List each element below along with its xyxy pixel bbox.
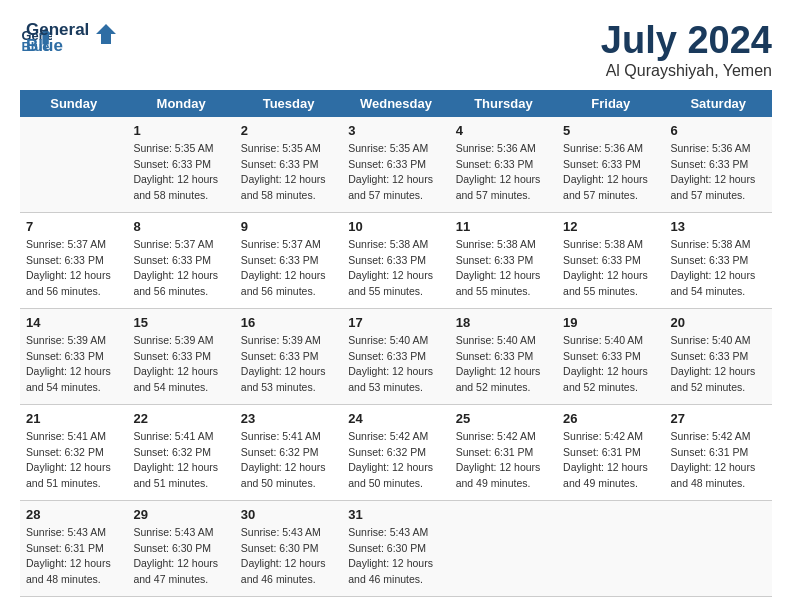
calendar-cell: 27Sunrise: 5:42 AMSunset: 6:31 PMDayligh… xyxy=(665,404,772,500)
calendar-table: SundayMondayTuesdayWednesdayThursdayFrid… xyxy=(20,90,772,597)
calendar-cell: 14Sunrise: 5:39 AMSunset: 6:33 PMDayligh… xyxy=(20,308,127,404)
weekday-header-saturday: Saturday xyxy=(665,90,772,117)
day-number: 19 xyxy=(563,315,658,330)
day-info: Sunrise: 5:37 AMSunset: 6:33 PMDaylight:… xyxy=(26,237,121,300)
calendar-cell: 10Sunrise: 5:38 AMSunset: 6:33 PMDayligh… xyxy=(342,212,449,308)
day-number: 18 xyxy=(456,315,551,330)
day-number: 1 xyxy=(133,123,228,138)
calendar-cell: 7Sunrise: 5:37 AMSunset: 6:33 PMDaylight… xyxy=(20,212,127,308)
day-info: Sunrise: 5:41 AMSunset: 6:32 PMDaylight:… xyxy=(241,429,336,492)
day-info: Sunrise: 5:40 AMSunset: 6:33 PMDaylight:… xyxy=(563,333,658,396)
calendar-cell: 19Sunrise: 5:40 AMSunset: 6:33 PMDayligh… xyxy=(557,308,664,404)
day-info: Sunrise: 5:41 AMSunset: 6:32 PMDaylight:… xyxy=(133,429,228,492)
day-info: Sunrise: 5:35 AMSunset: 6:33 PMDaylight:… xyxy=(241,141,336,204)
calendar-cell: 26Sunrise: 5:42 AMSunset: 6:31 PMDayligh… xyxy=(557,404,664,500)
weekday-header-tuesday: Tuesday xyxy=(235,90,342,117)
calendar-cell: 31Sunrise: 5:43 AMSunset: 6:30 PMDayligh… xyxy=(342,500,449,596)
day-number: 29 xyxy=(133,507,228,522)
day-number: 26 xyxy=(563,411,658,426)
svg-marker-4 xyxy=(96,24,116,44)
day-info: Sunrise: 5:38 AMSunset: 6:33 PMDaylight:… xyxy=(348,237,443,300)
calendar-cell: 24Sunrise: 5:42 AMSunset: 6:32 PMDayligh… xyxy=(342,404,449,500)
calendar-cell: 1Sunrise: 5:35 AMSunset: 6:33 PMDaylight… xyxy=(127,117,234,213)
day-number: 28 xyxy=(26,507,121,522)
day-info: Sunrise: 5:39 AMSunset: 6:33 PMDaylight:… xyxy=(241,333,336,396)
weekday-header-row: SundayMondayTuesdayWednesdayThursdayFrid… xyxy=(20,90,772,117)
day-number: 25 xyxy=(456,411,551,426)
day-number: 6 xyxy=(671,123,766,138)
day-info: Sunrise: 5:43 AMSunset: 6:30 PMDaylight:… xyxy=(348,525,443,588)
day-number: 9 xyxy=(241,219,336,234)
calendar-cell: 12Sunrise: 5:38 AMSunset: 6:33 PMDayligh… xyxy=(557,212,664,308)
day-info: Sunrise: 5:42 AMSunset: 6:32 PMDaylight:… xyxy=(348,429,443,492)
calendar-cell: 21Sunrise: 5:41 AMSunset: 6:32 PMDayligh… xyxy=(20,404,127,500)
calendar-cell: 25Sunrise: 5:42 AMSunset: 6:31 PMDayligh… xyxy=(450,404,557,500)
day-info: Sunrise: 5:36 AMSunset: 6:33 PMDaylight:… xyxy=(456,141,551,204)
day-info: Sunrise: 5:39 AMSunset: 6:33 PMDaylight:… xyxy=(26,333,121,396)
calendar-cell: 17Sunrise: 5:40 AMSunset: 6:33 PMDayligh… xyxy=(342,308,449,404)
calendar-cell: 23Sunrise: 5:41 AMSunset: 6:32 PMDayligh… xyxy=(235,404,342,500)
day-number: 8 xyxy=(133,219,228,234)
day-info: Sunrise: 5:42 AMSunset: 6:31 PMDaylight:… xyxy=(671,429,766,492)
calendar-cell: 5Sunrise: 5:36 AMSunset: 6:33 PMDaylight… xyxy=(557,117,664,213)
day-number: 2 xyxy=(241,123,336,138)
calendar-cell: 4Sunrise: 5:36 AMSunset: 6:33 PMDaylight… xyxy=(450,117,557,213)
day-number: 12 xyxy=(563,219,658,234)
page-header: General Blue General Blue July 2024 Al Q… xyxy=(20,20,772,80)
calendar-cell: 18Sunrise: 5:40 AMSunset: 6:33 PMDayligh… xyxy=(450,308,557,404)
day-number: 13 xyxy=(671,219,766,234)
day-info: Sunrise: 5:40 AMSunset: 6:33 PMDaylight:… xyxy=(671,333,766,396)
day-info: Sunrise: 5:37 AMSunset: 6:33 PMDaylight:… xyxy=(133,237,228,300)
day-number: 22 xyxy=(133,411,228,426)
calendar-cell: 22Sunrise: 5:41 AMSunset: 6:32 PMDayligh… xyxy=(127,404,234,500)
location-subtitle: Al Qurayshiyah, Yemen xyxy=(601,62,772,80)
calendar-cell xyxy=(665,500,772,596)
day-number: 7 xyxy=(26,219,121,234)
weekday-header-friday: Friday xyxy=(557,90,664,117)
calendar-cell xyxy=(450,500,557,596)
calendar-cell: 6Sunrise: 5:36 AMSunset: 6:33 PMDaylight… xyxy=(665,117,772,213)
day-info: Sunrise: 5:43 AMSunset: 6:31 PMDaylight:… xyxy=(26,525,121,588)
weekday-header-monday: Monday xyxy=(127,90,234,117)
weekday-header-wednesday: Wednesday xyxy=(342,90,449,117)
day-number: 16 xyxy=(241,315,336,330)
month-year-title: July 2024 xyxy=(601,20,772,62)
calendar-cell: 30Sunrise: 5:43 AMSunset: 6:30 PMDayligh… xyxy=(235,500,342,596)
day-info: Sunrise: 5:40 AMSunset: 6:33 PMDaylight:… xyxy=(456,333,551,396)
calendar-cell: 3Sunrise: 5:35 AMSunset: 6:33 PMDaylight… xyxy=(342,117,449,213)
calendar-cell: 8Sunrise: 5:37 AMSunset: 6:33 PMDaylight… xyxy=(127,212,234,308)
day-info: Sunrise: 5:38 AMSunset: 6:33 PMDaylight:… xyxy=(563,237,658,300)
day-number: 27 xyxy=(671,411,766,426)
calendar-cell xyxy=(557,500,664,596)
day-info: Sunrise: 5:37 AMSunset: 6:33 PMDaylight:… xyxy=(241,237,336,300)
week-row-1: 1Sunrise: 5:35 AMSunset: 6:33 PMDaylight… xyxy=(20,117,772,213)
day-info: Sunrise: 5:35 AMSunset: 6:33 PMDaylight:… xyxy=(133,141,228,204)
calendar-cell: 11Sunrise: 5:38 AMSunset: 6:33 PMDayligh… xyxy=(450,212,557,308)
day-info: Sunrise: 5:42 AMSunset: 6:31 PMDaylight:… xyxy=(563,429,658,492)
calendar-cell: 28Sunrise: 5:43 AMSunset: 6:31 PMDayligh… xyxy=(20,500,127,596)
day-number: 3 xyxy=(348,123,443,138)
day-info: Sunrise: 5:40 AMSunset: 6:33 PMDaylight:… xyxy=(348,333,443,396)
calendar-cell: 20Sunrise: 5:40 AMSunset: 6:33 PMDayligh… xyxy=(665,308,772,404)
day-info: Sunrise: 5:36 AMSunset: 6:33 PMDaylight:… xyxy=(563,141,658,204)
calendar-cell: 13Sunrise: 5:38 AMSunset: 6:33 PMDayligh… xyxy=(665,212,772,308)
weekday-header-thursday: Thursday xyxy=(450,90,557,117)
day-info: Sunrise: 5:35 AMSunset: 6:33 PMDaylight:… xyxy=(348,141,443,204)
week-row-5: 28Sunrise: 5:43 AMSunset: 6:31 PMDayligh… xyxy=(20,500,772,596)
logo-blue: Blue xyxy=(26,36,89,56)
day-number: 4 xyxy=(456,123,551,138)
day-number: 24 xyxy=(348,411,443,426)
day-number: 23 xyxy=(241,411,336,426)
week-row-3: 14Sunrise: 5:39 AMSunset: 6:33 PMDayligh… xyxy=(20,308,772,404)
day-number: 21 xyxy=(26,411,121,426)
calendar-cell: 2Sunrise: 5:35 AMSunset: 6:33 PMDaylight… xyxy=(235,117,342,213)
day-info: Sunrise: 5:36 AMSunset: 6:33 PMDaylight:… xyxy=(671,141,766,204)
week-row-4: 21Sunrise: 5:41 AMSunset: 6:32 PMDayligh… xyxy=(20,404,772,500)
title-block: July 2024 Al Qurayshiyah, Yemen xyxy=(601,20,772,80)
weekday-header-sunday: Sunday xyxy=(20,90,127,117)
day-info: Sunrise: 5:39 AMSunset: 6:33 PMDaylight:… xyxy=(133,333,228,396)
logo-arrow-icon xyxy=(95,23,117,45)
logo: General Blue General Blue xyxy=(20,20,117,56)
calendar-cell: 9Sunrise: 5:37 AMSunset: 6:33 PMDaylight… xyxy=(235,212,342,308)
day-info: Sunrise: 5:38 AMSunset: 6:33 PMDaylight:… xyxy=(456,237,551,300)
